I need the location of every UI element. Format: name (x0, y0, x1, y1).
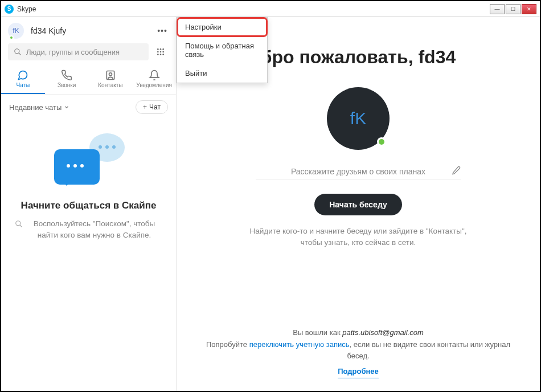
more-menu-button[interactable]: ••• (155, 26, 169, 35)
nav-tabs: Чаты Звонки Контакты Уведомления (1, 66, 176, 95)
recent-chats-filter[interactable]: Недавние чаты (9, 103, 69, 112)
user-display-name[interactable]: fd34 Kjufy (31, 26, 155, 35)
chat-icon (17, 70, 28, 81)
svg-point-5 (157, 51, 159, 53)
switch-account-link[interactable]: переключить учетную запись (249, 340, 350, 349)
empty-subtitle: Воспользуйтесь "Поиском", чтобы найти ко… (26, 218, 162, 242)
profile-avatar[interactable]: fK (327, 87, 390, 150)
user-avatar[interactable]: fK (8, 23, 24, 39)
chevron-down-icon (64, 104, 69, 110)
svg-point-6 (160, 51, 162, 53)
svg-point-0 (15, 49, 19, 54)
main-hint: Найдите кого-то и начните беседу или зай… (239, 226, 478, 249)
chat-illustration-icon (46, 130, 132, 193)
svg-point-7 (162, 51, 164, 53)
presence-indicator-icon (9, 35, 14, 40)
plus-icon: + (143, 103, 147, 111)
svg-point-12 (109, 73, 112, 76)
maximize-button[interactable]: ☐ (506, 4, 520, 14)
welcome-heading: бро пожаловать, fd34 (261, 47, 456, 68)
avatar-initials: fK (13, 27, 19, 35)
dialpad-button[interactable] (152, 43, 169, 60)
window-titlebar: S Skype — ☐ ✕ (1, 1, 540, 17)
skype-logo-icon: S (5, 5, 14, 14)
avatar-initials: fK (350, 109, 366, 128)
tab-label: Звонки (58, 82, 76, 88)
svg-point-3 (160, 48, 162, 50)
start-conversation-button[interactable]: Начать беседу (314, 194, 401, 215)
bell-icon (149, 70, 160, 81)
sidebar: fK fd34 Kjufy ••• Люди, группы и сообщен… (1, 17, 177, 391)
tab-label: Контакты (98, 82, 122, 88)
contacts-icon (105, 70, 116, 81)
presence-indicator-icon (377, 137, 386, 146)
close-button[interactable]: ✕ (522, 4, 536, 14)
svg-point-9 (160, 54, 162, 55)
search-placeholder: Люди, группы и сообщения (26, 48, 120, 56)
edit-icon[interactable] (452, 166, 461, 177)
svg-line-1 (19, 53, 21, 55)
menu-item-signout[interactable]: Выйти (177, 64, 267, 83)
svg-line-14 (20, 225, 22, 227)
search-input[interactable]: Люди, группы и сообщения (8, 43, 149, 60)
tab-contacts[interactable]: Контакты (89, 66, 133, 94)
status-input[interactable]: Расскажите друзьям о своих планах (256, 167, 461, 180)
tab-label: Уведомления (136, 82, 172, 88)
user-header: fK fd34 Kjufy ••• (1, 17, 176, 43)
minimize-button[interactable]: — (490, 4, 505, 14)
empty-title: Начните общаться в Скайпе (21, 199, 157, 213)
menu-item-help[interactable]: Помощь и обратная связь (177, 36, 267, 64)
tab-notifications[interactable]: Уведомления (132, 66, 176, 94)
svg-point-4 (162, 48, 164, 50)
search-icon (14, 48, 22, 56)
new-chat-button[interactable]: + Чат (136, 100, 168, 114)
tab-calls[interactable]: Звонки (45, 66, 89, 94)
search-icon (15, 220, 23, 228)
svg-point-13 (16, 221, 21, 226)
status-placeholder: Расскажите друзьям о своих планах (291, 167, 425, 176)
svg-point-10 (162, 54, 164, 55)
tab-label: Чаты (16, 82, 30, 88)
empty-chat-state: Начните общаться в Скайпе Воспользуйтесь… (1, 120, 176, 391)
svg-point-8 (157, 54, 159, 55)
learn-more-link[interactable]: Подробнее (338, 366, 379, 378)
phone-icon (61, 70, 72, 81)
more-dropdown-menu: Настройки Помощь и обратная связь Выйти (177, 17, 268, 83)
window-title: Skype (17, 5, 489, 13)
svg-point-2 (157, 48, 159, 50)
menu-item-settings[interactable]: Настройки (177, 18, 267, 36)
footer: Вы вошли как patts.ubisoft@gmail.com Поп… (177, 327, 540, 378)
tab-chats[interactable]: Чаты (1, 66, 45, 94)
dialpad-icon (156, 47, 165, 56)
signed-in-email: patts.ubisoft@gmail.com (342, 328, 424, 337)
